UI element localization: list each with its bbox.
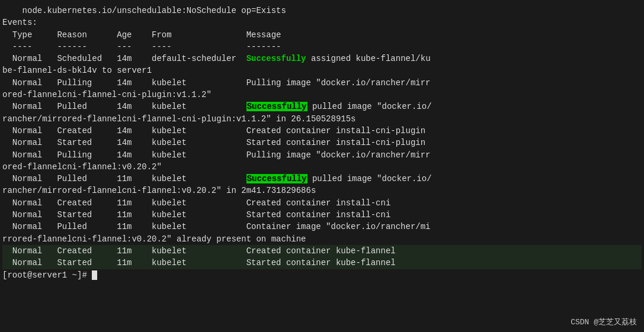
terminal-line: Events: [2,17,642,28]
cursor [92,270,97,280]
terminal-line: node.kubernetes.io/unschedulable:NoSched… [2,5,642,17]
terminal-line: ---- ------ --- ---- ------- [2,41,642,53]
terminal-line: be-flannel-ds-bkl4v to server1 [2,65,642,76]
terminal-line: Normal Created 11m kubelet Created conta… [2,197,642,209]
terminal-line: ored-flannelcni-flannel-cni-plugin:v1.1.… [2,89,642,101]
terminal-line: Normal Started 14m kubelet Started conta… [2,137,642,149]
terminal-line: ored-flannelcni-flannel:v0.20.2" [2,161,642,173]
terminal-line: Normal Pulled 11m kubelet Successfully p… [2,173,642,185]
terminal-line: Type Reason Age From Message [2,29,642,41]
terminal-line: Normal Pulled 11m kubelet Container imag… [2,221,642,233]
terminal-line: rancher/mirrored-flannelcni-flannel:v0.2… [2,185,642,196]
highlight-success-text: Successfully [246,102,307,111]
terminal-line: Normal Pulling 14m kubelet Pulling image… [2,149,642,161]
terminal-line-highlight: Normal Started 11m kubelet Started conta… [2,257,642,269]
terminal-line: Normal Started 11m kubelet Started conta… [2,209,642,221]
highlight-success-text-2: Successfully [246,174,307,183]
terminal-line-highlight: Normal Created 11m kubelet Created conta… [2,245,642,257]
watermark: CSDN @芝芝又荔枝 [571,317,637,327]
terminal-line: rrored-flannelcni-flannel:v0.20.2" alrea… [2,233,642,245]
terminal-line: Normal Pulled 14m kubelet Successfully p… [2,101,642,112]
terminal-line: Normal Created 14m kubelet Created conta… [2,125,642,137]
terminal-line: rancher/mirrored-flannelcni-flannel-cni-… [2,113,642,125]
terminal-line: Normal Scheduled 14m default-scheduler S… [2,53,642,65]
terminal-prompt[interactable]: [root@server1 ~]# [2,269,642,281]
terminal: node.kubernetes.io/unschedulable:NoSched… [0,0,644,332]
success-text: Successfully [246,54,306,63]
terminal-line: Normal Pulling 14m kubelet Pulling image… [2,77,642,89]
